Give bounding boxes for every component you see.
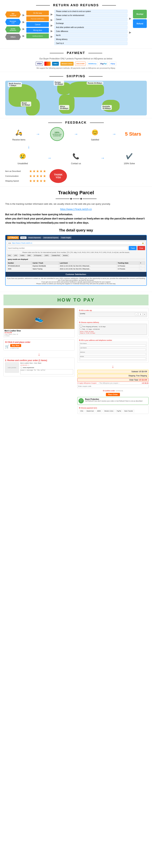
ts-cell-carrier: Express Worldwide — [32, 265, 59, 268]
bp-title: Buyer Protection — [85, 398, 142, 400]
extra-req-checkbox[interactable] — [21, 367, 22, 368]
extra-req-row: Extra requirement — [20, 367, 73, 369]
payment-method-label: ⑧ Choose payment term — [79, 407, 147, 409]
rating-ship-stars: ★★★★★ — [29, 179, 46, 183]
total-label: Order Total: — [129, 379, 138, 381]
unsatisfied-label: Unsatisfied — [17, 162, 28, 165]
ts-tracking-input[interactable] — [7, 246, 128, 250]
return-hex-others: Others — [5, 34, 21, 40]
coupon-input-row — [77, 384, 149, 388]
rating-comm-label: Communication: — [5, 175, 28, 177]
payment-subtitle: Our Buyer Protectition ONLY protects Pay… — [5, 58, 147, 60]
feedback-row1: 🛵 Receive items → 100% SATISFACTION GUAR… — [5, 127, 147, 141]
ts-search-button[interactable]: Track — [129, 246, 137, 250]
step1-box: ① Click it and place order 🛒 Buy Now or … — [3, 339, 75, 350]
rating-ship-label: Shipping Speed: — [5, 180, 28, 182]
lname-input[interactable] — [80, 349, 146, 351]
express-radio-dhl[interactable] — [80, 328, 82, 330]
ts-cell-action[interactable]: ... — [139, 265, 145, 268]
qty-mini: Quantity: - + — [79, 312, 147, 317]
ts-tab-home[interactable]: Home — [20, 237, 27, 239]
pm-paypal[interactable]: PayPal — [115, 410, 122, 412]
return-hex-quality: Qualityproblems — [5, 26, 21, 32]
rating-communication: Communication: ★★★★★ — [5, 174, 46, 178]
pm-visa[interactable]: VISA — [79, 410, 84, 412]
phone-label: Mobile — [80, 356, 146, 357]
payment-methods-row: VISA MasterCard AMEX Western Union PayPa… — [79, 410, 147, 412]
return-mid-cancel: Cancel — [26, 22, 49, 27]
pm-mc[interactable]: MasterCard — [85, 410, 95, 412]
satisfied-label: Satisfied — [91, 138, 99, 141]
ts-body: ◀ ▶ https://www.17track.net/zh-cn 🔒 Trac… — [5, 240, 147, 272]
qty-minus[interactable]: - — [135, 313, 138, 316]
pm-wu[interactable]: Western Union — [103, 410, 115, 412]
express-radio-free[interactable] — [80, 325, 82, 327]
return-right-items: Please contact us to check to end our sy… — [54, 10, 127, 45]
product-details: Men's Leather Shoe US $14.99 Color: Blac… — [4, 329, 75, 338]
rating-table: Item as Described: ★★★★★ Communication: … — [5, 169, 46, 184]
bp-text: Get Refund if you don't receive your ord… — [85, 400, 142, 402]
ts-col-status: Last Event — [59, 261, 117, 265]
down-arrow-1: ↓ — [18, 145, 39, 149]
ts-tab-postal[interactable]: Postal Shipments — [27, 237, 42, 239]
pm-bank[interactable]: Bank Transfer — [123, 410, 134, 412]
addr-input[interactable] — [80, 353, 146, 355]
fname-label: First Name — [80, 343, 146, 344]
shipping-section: SHIPPING North America7-15days Europe10-… — [0, 72, 152, 118]
ts-col-action: + — [139, 261, 145, 265]
express-label: ④ Choose express delivery — [79, 321, 147, 323]
extra-req-textarea[interactable] — [20, 369, 73, 374]
buy-now-btn[interactable]: Buy Now — [10, 344, 21, 347]
step1-content: 🛒 Buy Now or Add to Cart — [5, 344, 73, 349]
ts-tab-trade[interactable]: Trade Freight — [60, 237, 72, 239]
ts-customer-satisfaction: Customer Satisfaction: — [5, 272, 147, 277]
ts-courier-row: DHL UPS FedEx EMS S.F.Express USPS Canad… — [7, 254, 145, 257]
fill-qty-box: ③ Fill in order qty Quantity: - + — [77, 308, 149, 318]
courier-item-usps: USPS — [43, 254, 50, 257]
tracking-link-container[interactable]: https://www.17track.net/zh-cn — [5, 208, 147, 211]
price-area: Subtotal: US $14.99 Shipping: Free Shipp… — [77, 370, 149, 382]
feedback-receive: 🛵 Receive items — [8, 127, 29, 141]
feedback-solve: ✔️ 100% Solve — [119, 151, 140, 165]
fname-input[interactable] — [80, 344, 146, 346]
courier-item-dhl: DHL — [7, 254, 12, 257]
shipping-map: North America7-15days Europe10-35days Ru… — [5, 81, 147, 116]
rating-described-stars: ★★★★★ — [29, 169, 46, 173]
return-mid-wrongitem: Wrong item — [26, 28, 49, 33]
step2-label: 2. Review and confirm your order (1 item… — [5, 359, 73, 362]
africa-label: Africa25-60days — [59, 105, 69, 110]
sa-continent — [26, 98, 40, 116]
coupon-input[interactable] — [77, 384, 149, 388]
qty-plus[interactable]: + — [143, 313, 146, 316]
place-order-button[interactable]: Place Order — [106, 393, 120, 396]
ts-col-state: Tracking State — [117, 261, 139, 265]
ts-result-row: EMS Name Tracing 2015-11-04 13:39 | NL f… — [7, 268, 145, 271]
pm-amex[interactable]: AMEX — [96, 410, 102, 412]
feedback-title: FEEDBACK — [5, 121, 147, 124]
ts-clear-button[interactable]: Clear — [138, 246, 145, 250]
coupon-hint: -- The AliExpress you coupon -- — [98, 382, 120, 384]
tracking-section: Tracking Parcel This is the tracking num… — [0, 186, 152, 292]
step2-box: 2. Review and confirm your order (1 item… — [3, 358, 75, 376]
payment-note: We support the following payment methods… — [5, 67, 147, 69]
australia-label: Australia15-40days — [102, 105, 112, 110]
return-right-item: Not fit — [54, 34, 127, 37]
address-form: First Name Last Name Address Mobile — [79, 342, 147, 361]
confirm-label: ⑦ Confirm order — [103, 390, 115, 392]
divider-right — [83, 198, 97, 199]
phone-input[interactable] — [80, 358, 146, 360]
howto-section: HOW TO PAY 👟 Men's Leather Shoe US $14.9… — [0, 292, 152, 418]
ts-cell-event: 2015-11-04 13:39 | NL from ES | Returned… — [59, 268, 117, 271]
feedback-unsatisfied: 😢 Unsatisfied — [12, 151, 33, 165]
unsatisfied-icon: 😢 — [17, 151, 28, 161]
ts-col-num: Number — [7, 261, 32, 265]
total-value: US $14.99 — [139, 379, 147, 381]
tracking-link[interactable]: https://www.17track.net/zh-cn — [60, 208, 92, 211]
ts-cell-action[interactable]: ... — [139, 268, 145, 271]
qty-input[interactable] — [138, 313, 143, 316]
courier-item-aramex: Aramex — [62, 254, 69, 257]
ts-tab-intl[interactable]: International Express — [42, 237, 59, 239]
return-title: RETURN AND REFUNDS — [5, 3, 147, 7]
17track-logo: 17TRACK — [7, 236, 19, 239]
buy-now-hint: or Add to Cart — [10, 347, 21, 349]
